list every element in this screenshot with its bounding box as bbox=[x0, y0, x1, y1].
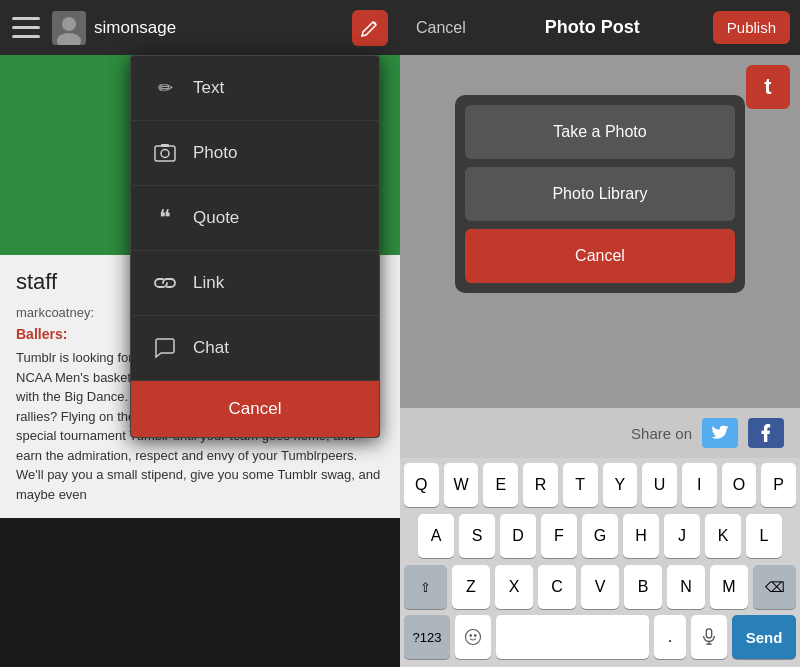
svg-point-1 bbox=[62, 17, 76, 31]
menu-item-chat[interactable]: Chat bbox=[131, 316, 379, 381]
publish-button[interactable]: Publish bbox=[713, 11, 790, 44]
text-icon: ✏ bbox=[151, 74, 179, 102]
svg-point-8 bbox=[475, 635, 477, 637]
menu-item-text[interactable]: ✏ Text bbox=[131, 56, 379, 121]
emoji-key[interactable] bbox=[455, 615, 491, 659]
menu-item-photo[interactable]: Photo bbox=[131, 121, 379, 186]
take-photo-button[interactable]: Take a Photo bbox=[465, 105, 735, 159]
keyboard-row-4: ?123 . Send bbox=[400, 611, 800, 667]
key-k[interactable]: K bbox=[705, 514, 741, 558]
key-m[interactable]: M bbox=[710, 565, 748, 609]
svg-point-4 bbox=[161, 150, 169, 158]
key-j[interactable]: J bbox=[664, 514, 700, 558]
key-c[interactable]: C bbox=[538, 565, 576, 609]
share-facebook-button[interactable] bbox=[748, 418, 784, 448]
numbers-key[interactable]: ?123 bbox=[404, 615, 450, 659]
hamburger-menu-icon[interactable] bbox=[12, 14, 40, 42]
user-info: simonsage bbox=[52, 11, 176, 45]
key-v[interactable]: V bbox=[581, 565, 619, 609]
keyboard-row-3: ⇧ Z X C V B N M ⌫ bbox=[400, 560, 800, 611]
send-key[interactable]: Send bbox=[732, 615, 796, 659]
menu-item-quote[interactable]: ❝ Quote bbox=[131, 186, 379, 251]
key-h[interactable]: H bbox=[623, 514, 659, 558]
chat-icon bbox=[151, 334, 179, 362]
share-row: Share on bbox=[400, 408, 800, 458]
menu-cancel-button[interactable]: Cancel bbox=[131, 381, 379, 437]
photo-icon bbox=[151, 139, 179, 167]
key-e[interactable]: E bbox=[483, 463, 518, 507]
photo-post-area: t Take a Photo Photo Library Cancel bbox=[400, 55, 800, 408]
share-twitter-button[interactable] bbox=[702, 418, 738, 448]
share-on-label: Share on bbox=[631, 425, 692, 442]
avatar bbox=[52, 11, 86, 45]
mic-key[interactable] bbox=[691, 615, 727, 659]
key-y[interactable]: Y bbox=[603, 463, 638, 507]
backspace-key[interactable]: ⌫ bbox=[753, 565, 796, 609]
key-o[interactable]: O bbox=[722, 463, 757, 507]
period-key[interactable]: . bbox=[654, 615, 686, 659]
svg-rect-5 bbox=[161, 144, 169, 147]
right-cancel-button[interactable]: Cancel bbox=[410, 11, 472, 45]
key-x[interactable]: X bbox=[495, 565, 533, 609]
menu-item-link[interactable]: Link bbox=[131, 251, 379, 316]
username-label: simonsage bbox=[94, 18, 176, 38]
key-s[interactable]: S bbox=[459, 514, 495, 558]
keyboard: Q W E R T Y U I O P A S D F G H J K L ⇧ … bbox=[400, 458, 800, 667]
photo-library-button[interactable]: Photo Library bbox=[465, 167, 735, 221]
svg-rect-3 bbox=[155, 146, 175, 161]
key-q[interactable]: Q bbox=[404, 463, 439, 507]
right-header: Cancel Photo Post Publish bbox=[400, 0, 800, 55]
key-u[interactable]: U bbox=[642, 463, 677, 507]
photo-options-modal: Take a Photo Photo Library Cancel bbox=[455, 95, 745, 293]
svg-rect-9 bbox=[706, 629, 711, 638]
key-l[interactable]: L bbox=[746, 514, 782, 558]
key-t[interactable]: T bbox=[563, 463, 598, 507]
svg-point-6 bbox=[466, 630, 481, 645]
photo-cancel-button[interactable]: Cancel bbox=[465, 229, 735, 283]
shift-key[interactable]: ⇧ bbox=[404, 565, 447, 609]
key-w[interactable]: W bbox=[444, 463, 479, 507]
key-g[interactable]: G bbox=[582, 514, 618, 558]
key-r[interactable]: R bbox=[523, 463, 558, 507]
key-i[interactable]: I bbox=[682, 463, 717, 507]
photo-post-title: Photo Post bbox=[472, 17, 713, 38]
key-d[interactable]: D bbox=[500, 514, 536, 558]
key-z[interactable]: Z bbox=[452, 565, 490, 609]
key-f[interactable]: F bbox=[541, 514, 577, 558]
keyboard-row-1: Q W E R T Y U I O P bbox=[400, 458, 800, 509]
quote-icon: ❝ bbox=[151, 204, 179, 232]
keyboard-row-2: A S D F G H J K L bbox=[400, 509, 800, 560]
key-p[interactable]: P bbox=[761, 463, 796, 507]
key-a[interactable]: A bbox=[418, 514, 454, 558]
key-b[interactable]: B bbox=[624, 565, 662, 609]
left-panel: simonsage ✏ Text Photo ❝ bbox=[0, 0, 400, 667]
compose-button[interactable] bbox=[352, 10, 388, 46]
right-panel: Cancel Photo Post Publish t Take a Photo… bbox=[400, 0, 800, 667]
tumblr-logo: t bbox=[746, 65, 790, 109]
space-key[interactable] bbox=[496, 615, 649, 659]
svg-point-7 bbox=[470, 635, 472, 637]
post-type-dropdown: ✏ Text Photo ❝ Quote bbox=[130, 55, 380, 438]
link-icon bbox=[151, 269, 179, 297]
key-n[interactable]: N bbox=[667, 565, 705, 609]
left-header: simonsage bbox=[0, 0, 400, 55]
